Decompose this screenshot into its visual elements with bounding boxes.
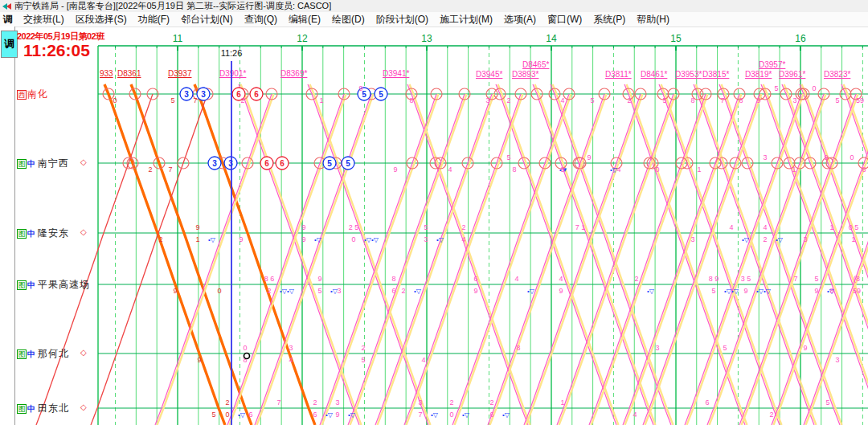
chart-text: 2 xyxy=(148,166,152,174)
chart-text: 1 xyxy=(195,235,199,243)
mouse-cursor-ring xyxy=(244,353,250,359)
train-label-D3819*: D3819* xyxy=(745,70,772,79)
chart-text: 0 xyxy=(243,344,247,352)
chart-text: (8 xyxy=(854,275,860,283)
train-line-D3937[interactable] xyxy=(194,84,315,425)
chart-text: 11 xyxy=(173,33,183,44)
station-row-平果高速场[interactable]: 图中平果高速场 xyxy=(17,278,90,292)
train-label-D3823*: D3823* xyxy=(824,70,850,79)
train-line[interactable] xyxy=(36,94,153,425)
chart-text: •▽ xyxy=(527,288,535,295)
train-line[interactable] xyxy=(804,94,868,425)
station-row-隆安东[interactable]: 图中隆安东 xyxy=(17,227,69,240)
chart-text: 0 xyxy=(812,84,816,92)
station-flag-icon: 西 xyxy=(17,90,27,100)
train-label-D8465*: D8465* xyxy=(522,60,549,69)
train-line-shadow[interactable] xyxy=(310,84,431,425)
chart-text: 9 xyxy=(756,96,760,104)
chart-text: 2 xyxy=(634,275,638,283)
chart-text: 7 xyxy=(793,275,797,283)
clock-panel: 2022年05月19日第02班 11:26:05 xyxy=(17,31,104,60)
train-line[interactable] xyxy=(643,94,760,425)
train-line-shadow[interactable] xyxy=(410,84,530,425)
station-mid-icon: 中 xyxy=(27,280,35,291)
chart-text: 3 xyxy=(485,96,489,104)
train-label-D8369*: D8369* xyxy=(280,69,307,78)
train-line[interactable] xyxy=(320,94,436,425)
chart-text: 2 xyxy=(449,398,453,407)
chart-text: 9 xyxy=(824,153,828,161)
train-line-shadow[interactable] xyxy=(230,94,346,425)
chart-text: •▽ xyxy=(414,288,422,295)
train-line[interactable] xyxy=(227,94,344,425)
chart-text: 2 xyxy=(267,287,271,295)
chart-text: 5 xyxy=(346,159,350,168)
chart-text: •▽ xyxy=(314,236,322,243)
train-label-D3811*: D3811* xyxy=(605,70,632,79)
train-line-shadow[interactable] xyxy=(710,94,826,425)
train-line-D3953*[interactable] xyxy=(694,84,814,425)
station-row-田东北[interactable]: 图中田东北 xyxy=(17,402,69,415)
train-line-D8461*[interactable] xyxy=(659,84,780,425)
train-line[interactable] xyxy=(91,94,207,425)
train-label-D3901*: D3901* xyxy=(219,69,246,78)
train-line-shadow[interactable] xyxy=(257,94,374,425)
chart-text: •▽•▽ xyxy=(280,288,295,295)
app-window: 南宁铁路局 - [南昆客专台][2022年05月19日 第二班--实际运行图-调… xyxy=(0,0,868,425)
train-line[interactable] xyxy=(524,94,641,425)
train-line-shadow[interactable] xyxy=(350,94,467,425)
train-line-shadow[interactable] xyxy=(806,94,868,425)
station-row-南化[interactable]: 西南化 xyxy=(17,88,48,101)
station-row-那何北[interactable]: 图中那何北 xyxy=(17,347,69,361)
train-line[interactable] xyxy=(623,94,739,425)
chart-text: 9 xyxy=(301,235,305,243)
now-time-label: 11:26 xyxy=(221,48,243,58)
chart-text: 4 xyxy=(729,223,733,231)
chart-text: 9 xyxy=(358,84,362,92)
train-line-shadow[interactable] xyxy=(627,84,747,425)
chart-text: 16 xyxy=(795,33,806,44)
train-line-shadow[interactable] xyxy=(490,94,607,425)
chart-text: 0 5 xyxy=(849,223,859,231)
chart-text: 5 xyxy=(170,96,174,104)
chart-text: 9 xyxy=(239,235,243,243)
chart-text: 5 xyxy=(379,90,383,99)
chart-text: 14 xyxy=(546,33,557,44)
train-line-shadow[interactable] xyxy=(378,94,494,425)
train-line-shadow[interactable] xyxy=(559,94,676,425)
train-line[interactable] xyxy=(375,94,492,425)
chart-text: 2 xyxy=(506,96,510,104)
train-line-D8465*[interactable] xyxy=(551,84,671,425)
train-label-D3957*: D3957* xyxy=(759,60,785,69)
chart-text: 5 xyxy=(835,96,839,104)
train-line[interactable] xyxy=(155,94,272,425)
train-line-shadow[interactable] xyxy=(764,84,868,425)
train-line-D8361[interactable] xyxy=(131,84,252,425)
train-line-shadow[interactable] xyxy=(535,84,656,425)
chart-text: •▽ xyxy=(742,236,750,243)
train-line-933[interactable] xyxy=(104,84,225,425)
train-line-shadow[interactable] xyxy=(696,84,817,425)
chart-text: 3 xyxy=(803,235,807,243)
train-line-shadow[interactable] xyxy=(784,84,868,425)
train-line-D3819*[interactable] xyxy=(761,84,868,425)
train-line-shadow[interactable] xyxy=(526,94,643,425)
chart-text: 3 xyxy=(201,90,206,99)
station-row-南宁西[interactable]: 图中南宁西 xyxy=(17,157,69,170)
train-diagram-chart[interactable]: 111213141516933D8361D3937D3901*D8369*D39… xyxy=(0,0,868,425)
chart-text: •▽ xyxy=(502,411,510,419)
chart-text: 6 xyxy=(264,159,269,168)
train-line[interactable] xyxy=(255,94,371,425)
train-line-shadow[interactable] xyxy=(661,84,782,425)
train-label-D3937: D3937 xyxy=(168,69,192,78)
chart-text: 2 xyxy=(225,398,229,407)
chart-text: •▽•▽ xyxy=(756,288,772,295)
chart-text: 6 xyxy=(254,90,259,99)
chart-text: •▽ xyxy=(238,411,246,419)
chart-text: 2 xyxy=(361,344,365,352)
train-line-shadow[interactable] xyxy=(322,94,439,425)
train-line-shadow[interactable] xyxy=(498,84,619,425)
chart-text: 5 xyxy=(424,223,428,231)
train-line-shadow[interactable] xyxy=(592,94,708,425)
train-line-shadow[interactable] xyxy=(407,94,523,425)
